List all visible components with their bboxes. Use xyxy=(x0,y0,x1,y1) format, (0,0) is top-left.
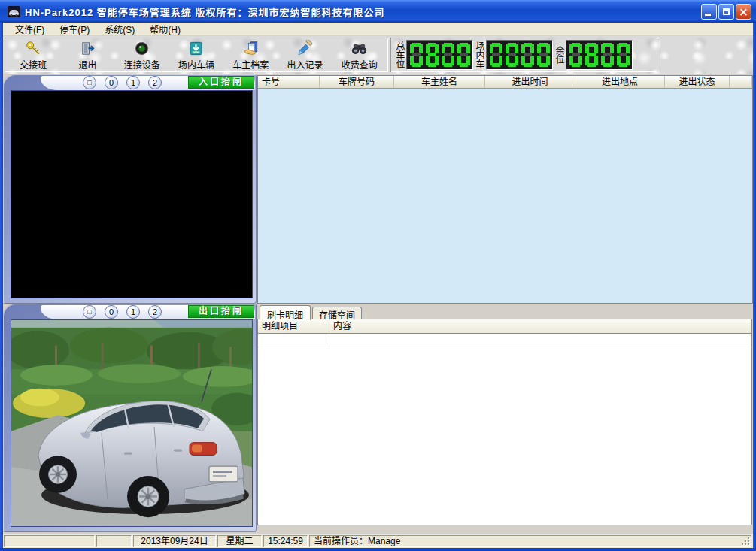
status-time: 15:24:59 xyxy=(263,535,308,547)
led-label-free: 余位 xyxy=(554,46,565,64)
menu-parking[interactable]: 停车(P) xyxy=(52,22,97,36)
column-owner-name[interactable]: 车主姓名 xyxy=(394,76,485,88)
column-card-number[interactable]: 卡号 xyxy=(258,76,320,88)
led-display-total xyxy=(406,40,473,70)
entrance-channel-1-button[interactable]: 1 xyxy=(126,76,140,89)
exit-channel-2-button[interactable]: 2 xyxy=(148,305,162,319)
status-bar: 2013年09月24日 星期二 15:24:59 当前操作员：Manage xyxy=(3,534,753,548)
owner-files-icon xyxy=(242,40,260,57)
title-bar: HN-Park2012 智能停车场管理系统 版权所有：深圳市宏纳智能科技有限公司 xyxy=(0,0,756,23)
detail-table-header: 明细项目 内容 xyxy=(258,319,751,334)
led-display-inside xyxy=(486,40,553,70)
shift-change-button[interactable]: 交接班 xyxy=(6,39,60,71)
status-date: 2013年09月24日 xyxy=(133,535,216,547)
main-area: □ 0 1 2 入口抬闸 □ 0 1 2 出口抬闸 xyxy=(3,74,753,534)
column-inout-status[interactable]: 进出状态 xyxy=(665,76,730,88)
detail-table-row xyxy=(258,334,751,347)
window-border-right xyxy=(753,23,756,548)
maximize-button[interactable] xyxy=(718,4,734,20)
lens-icon xyxy=(133,40,150,57)
close-button[interactable] xyxy=(736,4,751,20)
toolbar: 交接班 退出 连接设备 xyxy=(3,36,753,74)
tab-card-detail[interactable]: 刷卡明细 xyxy=(260,305,311,320)
minimize-icon xyxy=(705,14,711,16)
records-table-header: 卡号 车牌号码 车主姓名 进出时间 进出地点 进出状态 xyxy=(258,76,752,89)
status-operator: 当前操作员：Manage xyxy=(309,535,751,547)
entrance-camera-panel: □ 0 1 2 入口抬闸 xyxy=(3,74,257,304)
exit-channel-buttons: □ 0 1 2 xyxy=(83,305,162,319)
entrance-gate-open-button[interactable]: 入口抬闸 xyxy=(188,76,254,89)
exit-button[interactable]: 退出 xyxy=(60,39,114,71)
entrance-channel-stop-button[interactable]: □ xyxy=(83,76,96,89)
owner-files-button[interactable]: 车主档案 xyxy=(223,39,278,71)
maximize-icon xyxy=(723,8,730,15)
resize-grip[interactable] xyxy=(741,537,750,546)
exit-camera-panel: □ 0 1 2 出口抬闸 xyxy=(3,304,257,532)
entrance-channel-2-button[interactable]: 2 xyxy=(148,76,162,89)
entrance-channel-0-button[interactable]: 0 xyxy=(105,76,118,89)
exit-channel-1-button[interactable]: 1 xyxy=(126,305,140,319)
records-table: 卡号 车牌号码 车主姓名 进出时间 进出地点 进出状态 xyxy=(257,75,753,304)
menu-system[interactable]: 系统(S) xyxy=(97,22,142,36)
status-weekday: 星期二 xyxy=(217,535,262,547)
window-border-bottom xyxy=(0,548,756,551)
in-out-records-button[interactable]: 出入记录 xyxy=(278,39,332,71)
entrance-camera-feed xyxy=(11,90,253,298)
led-display-free xyxy=(566,40,633,70)
menu-help[interactable]: 帮助(H) xyxy=(142,22,188,36)
column-detail-content[interactable]: 内容 xyxy=(329,319,751,333)
records-brush-icon xyxy=(296,40,314,57)
status-panel-2 xyxy=(96,535,132,547)
exit-door-icon xyxy=(79,40,96,57)
status-panel-1 xyxy=(4,535,95,547)
cars-inside-button[interactable]: 场内车辆 xyxy=(169,39,223,71)
led-label-inside: 场内车 xyxy=(474,41,485,68)
column-detail-item[interactable]: 明细项目 xyxy=(258,319,329,333)
led-counter-panel: 总车位 场内车 余位 xyxy=(390,38,657,72)
tab-storage-space[interactable]: 存储空间 xyxy=(312,307,362,319)
window-title: HN-Park2012 智能停车场管理系统 版权所有：深圳市宏纳智能科技有限公司 xyxy=(25,5,384,19)
detail-panel: 刷卡明细 存储空间 明细项目 内容 xyxy=(257,304,753,527)
binoculars-icon xyxy=(351,40,368,57)
exit-camera-photo xyxy=(11,320,252,526)
column-filler xyxy=(730,76,752,88)
menu-file[interactable]: 文件(F) xyxy=(8,22,52,36)
fee-query-button[interactable]: 收费查询 xyxy=(332,39,387,71)
connect-device-button[interactable]: 连接设备 xyxy=(115,39,169,71)
led-label-total: 总车位 xyxy=(394,41,405,68)
column-inout-time[interactable]: 进出时间 xyxy=(485,76,575,88)
key-icon xyxy=(25,40,42,57)
toolbar-button-group: 交接班 退出 连接设备 xyxy=(5,38,388,72)
entrance-channel-buttons: □ 0 1 2 xyxy=(83,76,162,89)
led-group-total-spaces: 总车位 xyxy=(393,40,473,70)
detail-tab-content: 明细项目 内容 xyxy=(257,319,752,525)
led-group-cars-inside: 场内车 xyxy=(473,40,553,70)
app-car-icon xyxy=(8,6,20,17)
column-plate-number[interactable]: 车牌号码 xyxy=(320,76,394,88)
exit-gate-open-button[interactable]: 出口抬闸 xyxy=(188,305,254,318)
exit-channel-stop-button[interactable]: □ xyxy=(83,305,96,319)
inside-cars-icon xyxy=(187,40,205,57)
minimize-button[interactable] xyxy=(701,4,717,20)
exit-channel-0-button[interactable]: 0 xyxy=(105,305,118,319)
menu-bar: 文件(F) 停车(P) 系统(S) 帮助(H) xyxy=(3,23,753,36)
detail-tabs: 刷卡明细 存储空间 xyxy=(257,304,753,319)
column-inout-location[interactable]: 进出地点 xyxy=(575,76,665,88)
exit-camera-feed xyxy=(11,319,253,527)
app-window: HN-Park2012 智能停车场管理系统 版权所有：深圳市宏纳智能科技有限公司… xyxy=(0,0,756,551)
led-group-free-spaces: 余位 xyxy=(553,40,633,70)
